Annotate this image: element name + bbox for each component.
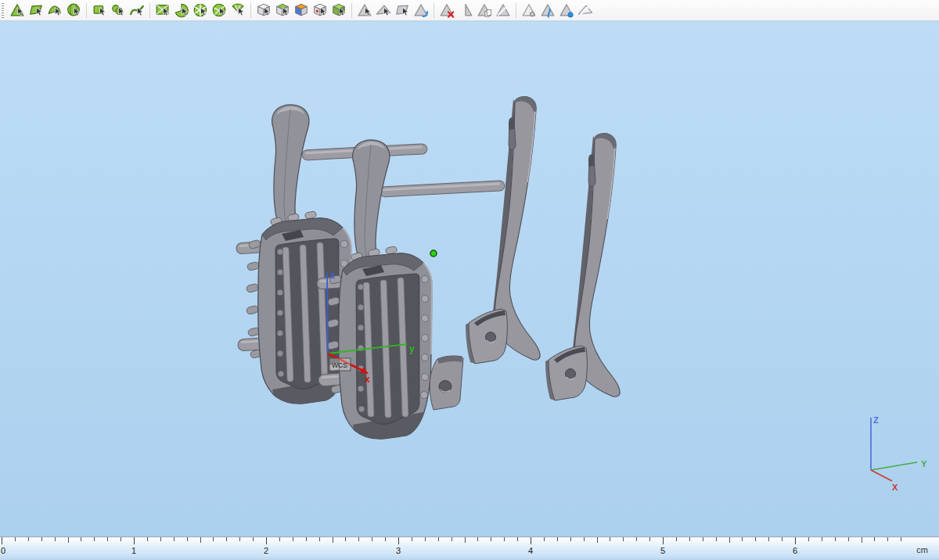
select-star-button[interactable] <box>191 1 209 20</box>
highlight-selection-button[interactable] <box>520 1 538 20</box>
ruler-minor-tick <box>597 537 598 543</box>
select-triangle-button[interactable] <box>8 1 26 20</box>
clamp-bracket[interactable] <box>430 356 463 410</box>
select-disc-button[interactable] <box>210 1 228 20</box>
select-visible-button[interactable] <box>153 1 171 20</box>
hide-selection-button[interactable] <box>576 1 594 20</box>
ruler-minor-tick <box>55 537 56 541</box>
ruler-label: 5 <box>660 546 665 555</box>
toolbar-drag-handle[interactable] <box>2 3 4 18</box>
select-surface-icon <box>46 2 63 19</box>
select-shell-button[interactable] <box>64 1 82 20</box>
axis-y-label: Y <box>921 459 927 468</box>
copy-selection-button[interactable] <box>475 1 493 20</box>
select-sector-button[interactable] <box>172 1 190 20</box>
ruler-minor-tick <box>544 537 545 541</box>
box-select-center-icon <box>311 2 329 19</box>
ruler-minor-tick <box>160 537 161 541</box>
cad-application-window: z y x WCS Z Y X 0123456 cm <box>0 0 939 560</box>
ruler-minor-tick <box>517 537 518 541</box>
ruler-minor-tick <box>81 537 81 541</box>
ruler-minor-tick <box>782 537 782 541</box>
select-rectangle-button[interactable] <box>90 1 108 20</box>
ruler-minor-tick <box>372 537 372 541</box>
ruler-major-tick <box>663 537 664 544</box>
orientation-axes: Z Y X <box>871 415 927 492</box>
viewport-3d[interactable]: z y x WCS Z Y X <box>0 22 939 537</box>
ruler-label: 2 <box>264 546 268 555</box>
ruler-minor-tick <box>213 537 214 541</box>
box-select-solid-button[interactable] <box>329 1 347 20</box>
select-fan-button[interactable] <box>228 1 246 20</box>
ruler-minor-tick <box>768 537 769 541</box>
shrink-selection-button[interactable] <box>393 1 411 20</box>
select-disc-icon <box>210 2 228 19</box>
cut-selection-button[interactable] <box>494 1 512 20</box>
ruler-minor-tick <box>279 537 280 541</box>
select-sector-icon <box>173 2 190 19</box>
ruler-minor-tick <box>174 537 174 541</box>
ruler-minor-tick <box>200 537 201 543</box>
scene-canvas[interactable]: z y x WCS Z Y X <box>0 22 939 537</box>
scale-ruler: 0123456 cm <box>0 537 939 560</box>
ruler-minor-tick <box>226 537 227 541</box>
ruler-minor-tick <box>385 537 386 541</box>
box-select-top-icon <box>274 2 291 19</box>
invert-selection-button[interactable] <box>412 1 430 20</box>
box-select-3d-icon <box>293 2 310 19</box>
toolbar-separator <box>250 3 251 18</box>
cut-selection-icon <box>495 2 512 19</box>
shrink-selection-icon <box>394 2 411 19</box>
toolbar-separator <box>434 3 434 18</box>
ruler-minor-tick <box>822 537 822 541</box>
select-all-triangles-button[interactable] <box>355 1 373 20</box>
ruler-minor-tick <box>584 537 585 541</box>
ruler-minor-tick <box>239 537 240 541</box>
ruler-minor-tick <box>319 537 320 541</box>
hide-selection-icon <box>577 2 594 19</box>
brake-lever-right[interactable] <box>545 134 620 400</box>
ruler-minor-tick <box>848 537 849 541</box>
box-select-3d-button[interactable] <box>292 1 310 20</box>
expand-selection-icon <box>375 2 392 19</box>
ruler-minor-tick <box>107 537 108 541</box>
copy-selection-icon <box>476 2 493 19</box>
delete-selection-button[interactable] <box>437 1 455 20</box>
box-select-front-icon <box>255 2 272 19</box>
ruler-minor-tick <box>147 537 148 541</box>
box-select-top-button[interactable] <box>273 1 291 20</box>
select-curve-button[interactable] <box>128 1 146 20</box>
split-selection-icon <box>457 2 474 19</box>
smooth-selection-button[interactable] <box>538 1 556 20</box>
axis-z-label: Z <box>873 415 879 425</box>
split-selection-button[interactable] <box>456 1 474 20</box>
paint-selection-button[interactable] <box>557 1 575 20</box>
brake-lever-left[interactable] <box>466 97 540 364</box>
select-triangle-icon <box>9 2 26 19</box>
ruler-label: 3 <box>396 546 401 555</box>
ruler-major-tick <box>266 537 267 544</box>
box-select-center-button[interactable] <box>311 1 329 20</box>
ruler-unit-label: cm <box>916 545 928 555</box>
select-fan-icon <box>229 2 246 19</box>
ruler-minor-tick <box>636 537 637 541</box>
box-select-front-button[interactable] <box>254 1 272 20</box>
axle-rod-lower[interactable] <box>380 181 505 197</box>
select-surface-button[interactable] <box>45 1 63 20</box>
ruler-label: 1 <box>131 546 136 555</box>
ruler-minor-tick <box>491 537 491 541</box>
delete-selection-icon <box>438 2 455 19</box>
toolbar-separator <box>516 3 516 18</box>
expand-selection-button[interactable] <box>374 1 392 20</box>
ruler-minor-tick <box>901 537 901 541</box>
toolbar-separator <box>149 3 150 18</box>
select-plane-button[interactable] <box>27 1 45 20</box>
highlight-selection-icon <box>520 2 538 19</box>
svg-text:WCS: WCS <box>332 361 347 369</box>
select-brush-button[interactable] <box>109 1 127 20</box>
ruler-minor-tick <box>293 537 293 541</box>
ruler-minor-tick <box>121 537 121 541</box>
ruler-minor-tick <box>703 537 703 541</box>
ruler-major-tick <box>2 537 2 544</box>
invert-selection-icon <box>412 2 430 19</box>
